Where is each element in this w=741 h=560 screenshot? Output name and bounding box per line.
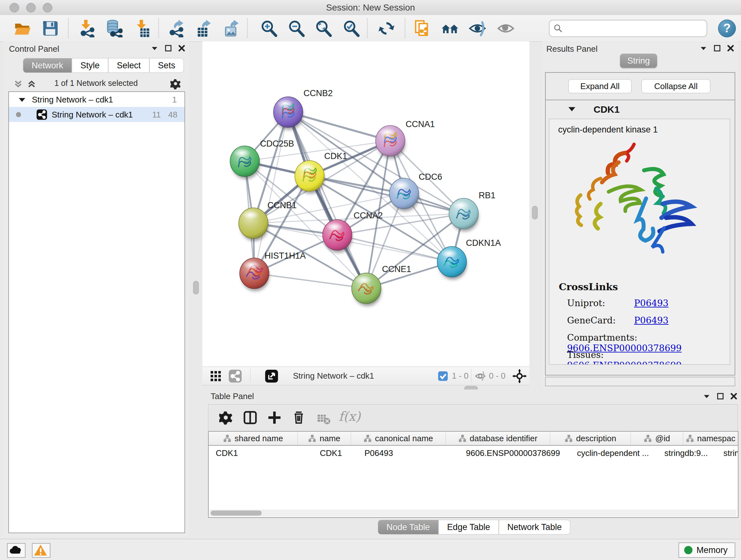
network-node-CDC6[interactable] xyxy=(389,178,419,211)
export-image-icon[interactable] xyxy=(223,19,241,37)
collection-expander-icon[interactable] xyxy=(18,96,26,104)
column-header-id[interactable]: @id xyxy=(631,432,683,445)
network-view-icon[interactable] xyxy=(228,369,242,383)
table-cell[interactable]: cyclin-dependent ... xyxy=(570,446,657,460)
table-cell[interactable]: 9606.ENSP00000378699 xyxy=(459,446,570,460)
network-edge-CCNB2-HIST1H1A[interactable] xyxy=(254,112,288,273)
zoom-selected-icon[interactable] xyxy=(342,19,360,37)
column-header-name[interactable]: name xyxy=(298,432,351,445)
import-network-database-icon[interactable] xyxy=(105,19,123,37)
column-header-shared-name[interactable]: shared name xyxy=(209,432,298,445)
copy-network-icon[interactable] xyxy=(414,19,431,37)
float-panel-icon[interactable] xyxy=(703,392,711,400)
table-cell[interactable]: stringdb xyxy=(717,446,738,460)
maximize-panel-icon[interactable] xyxy=(164,44,172,52)
zoom-fit-icon[interactable] xyxy=(315,19,333,37)
hidden-counts: 0 - 0 xyxy=(489,371,506,381)
warnings-button[interactable] xyxy=(32,543,51,558)
network-edge-CCNB2-CCNE1[interactable] xyxy=(288,112,366,288)
grid-view-icon[interactable] xyxy=(209,370,222,382)
network-node-CCNB2[interactable] xyxy=(273,97,303,130)
hide-selected-icon[interactable] xyxy=(468,19,486,37)
import-table-icon[interactable] xyxy=(133,19,151,37)
scrollbar-thumb[interactable] xyxy=(211,510,262,516)
crosslink-link[interactable]: P06493 xyxy=(634,315,669,326)
splitter-handle-left[interactable] xyxy=(193,281,199,294)
crosslink-link[interactable]: P06493 xyxy=(634,298,669,308)
splitter-handle-right[interactable] xyxy=(532,206,538,219)
crosslink-link[interactable]: 9606.ENSP00000378699 xyxy=(567,360,682,365)
network-node-CDC25B[interactable] xyxy=(230,146,260,179)
table-cell[interactable]: CDK1 xyxy=(305,446,357,460)
help-button[interactable]: ? xyxy=(718,19,736,37)
tab-select[interactable]: Select xyxy=(108,58,149,73)
network-node-CCNE1[interactable] xyxy=(352,273,381,306)
network-graph[interactable]: CCNB2CCNA1CDC25BCDK1CDC6RB1CCNB1CCNA2CDK… xyxy=(202,42,529,367)
network-row-selected[interactable]: String Network – cdk1 11 48 xyxy=(9,107,185,122)
close-panel-icon[interactable] xyxy=(727,44,735,52)
network-collection-row[interactable]: String Network – cdk1 1 xyxy=(9,92,185,107)
add-column-icon[interactable] xyxy=(267,410,282,425)
table-cell[interactable]: stringdb:9... xyxy=(657,446,717,460)
table-cell[interactable]: P06493 xyxy=(357,446,459,460)
cloud-button[interactable] xyxy=(7,543,25,558)
column-header-description[interactable]: description xyxy=(550,432,631,445)
home-networks-icon[interactable] xyxy=(441,19,459,37)
tab-sets[interactable]: Sets xyxy=(149,58,184,73)
column-header-database-identifier[interactable]: database identifier xyxy=(446,432,550,445)
network-node-HIST1H1A[interactable] xyxy=(240,258,269,291)
detach-view-icon[interactable] xyxy=(265,369,278,383)
network-label: String Network – cdk1 xyxy=(52,110,133,120)
maximize-panel-icon[interactable] xyxy=(717,392,724,400)
expand-all-button[interactable]: Expand All xyxy=(568,79,631,93)
tab-network-table[interactable]: Network Table xyxy=(499,520,570,535)
network-node-CCNB1[interactable] xyxy=(239,208,268,241)
collapse-all-button[interactable]: Collapse All xyxy=(642,79,711,93)
column-header-label: @id xyxy=(655,434,670,443)
tab-string[interactable]: String xyxy=(620,54,657,68)
network-edge-CCNA2-CDKN1A[interactable] xyxy=(337,235,452,262)
search-box[interactable] xyxy=(549,20,707,37)
tab-edge-table[interactable]: Edge Table xyxy=(439,520,499,535)
save-session-icon[interactable] xyxy=(42,19,59,37)
horizontal-scrollbar[interactable] xyxy=(209,509,737,516)
search-input[interactable] xyxy=(565,22,701,35)
table-options-gear-icon[interactable] xyxy=(219,410,234,425)
entry-expander-icon[interactable] xyxy=(567,105,576,114)
delete-column-icon[interactable] xyxy=(291,410,306,425)
crosslink-label: Uniprot: xyxy=(567,298,634,308)
network-node-CCNA1[interactable] xyxy=(376,125,405,159)
float-panel-icon[interactable] xyxy=(699,44,708,52)
tab-node-table[interactable]: Node Table xyxy=(378,520,439,535)
close-panel-icon[interactable] xyxy=(730,392,738,400)
memory-button[interactable]: Memory xyxy=(678,543,735,558)
network-node-CDKN1A[interactable] xyxy=(437,246,467,280)
entry-header[interactable]: CDK1 xyxy=(546,100,733,118)
birds-eye-view-icon[interactable] xyxy=(513,369,527,383)
close-panel-icon[interactable] xyxy=(178,44,186,52)
tab-network[interactable]: Network xyxy=(23,58,72,73)
network-node-RB1[interactable] xyxy=(449,198,479,232)
zoom-in-icon[interactable] xyxy=(260,19,278,37)
entry-description: cyclin-dependent kinase 1 xyxy=(558,125,658,135)
selected-nodes-checkbox[interactable] xyxy=(437,371,448,381)
open-file-icon[interactable] xyxy=(13,19,31,37)
show-columns-icon[interactable] xyxy=(243,410,258,425)
maximize-panel-icon[interactable] xyxy=(713,44,721,52)
network-canvas[interactable]: CCNB2CCNA1CDC25BCDK1CDC6RB1CCNB1CCNA2CDK… xyxy=(202,42,529,367)
network-node-CDK1[interactable] xyxy=(295,161,325,194)
table-cell[interactable]: CDK1 xyxy=(209,446,305,460)
export-table-icon[interactable] xyxy=(195,19,213,37)
column-header-canonical-name[interactable]: canonical name xyxy=(351,432,446,445)
network-options-gear-icon[interactable] xyxy=(171,78,182,89)
import-network-icon[interactable] xyxy=(77,19,95,37)
zoom-out-icon[interactable] xyxy=(287,19,306,37)
show-all-icon[interactable] xyxy=(497,19,515,37)
float-panel-icon[interactable] xyxy=(151,44,158,52)
column-header-namespac[interactable]: namespac xyxy=(683,432,738,445)
network-edge-HIST1H1A-CCNE1[interactable] xyxy=(254,273,366,288)
table-row[interactable]: CDK1CDK1P064939606.ENSP00000378699cyclin… xyxy=(209,446,738,460)
refresh-layout-icon[interactable] xyxy=(378,19,395,37)
tab-style[interactable]: Style xyxy=(72,58,108,73)
export-network-icon[interactable] xyxy=(167,19,185,37)
